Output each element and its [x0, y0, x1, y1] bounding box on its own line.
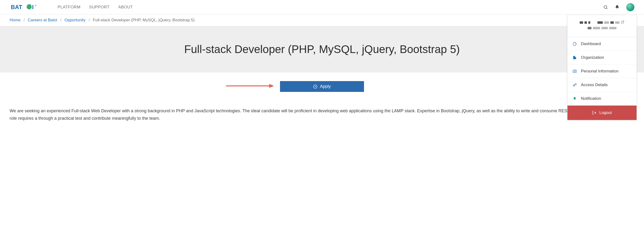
- dropdown-access[interactable]: Access Details: [568, 78, 636, 92]
- dropdown-dashboard-label: Dashboard: [581, 42, 601, 46]
- redacted-name-row: [572, 20, 632, 24]
- building-icon: [572, 56, 577, 60]
- breadcrumb-opportunity[interactable]: Opportunity: [64, 18, 86, 22]
- dropdown-personal-label: Personal Information: [581, 69, 618, 74]
- key-icon: [572, 83, 577, 87]
- apply-row: Apply: [0, 72, 644, 98]
- external-link-icon[interactable]: [621, 20, 624, 24]
- gauge-icon: [572, 42, 577, 46]
- breadcrumb: Home / Careers at Batoi / Opportunity / …: [0, 14, 644, 26]
- breadcrumb-sep: /: [60, 18, 62, 22]
- dropdown-dashboard[interactable]: Dashboard: [568, 37, 636, 51]
- svg-line-5: [606, 8, 608, 9]
- svg-marker-7: [269, 84, 274, 88]
- nav-platform[interactable]: PLATFORM: [58, 5, 80, 10]
- dropdown-notification-label: Notification: [581, 96, 601, 101]
- svg-rect-11: [573, 56, 575, 59]
- avatar[interactable]: [626, 3, 634, 11]
- search-icon[interactable]: [603, 5, 608, 10]
- job-description-paragraph: We are seeking an experienced Full-stack…: [10, 107, 634, 122]
- svg-text:I: I: [32, 4, 34, 10]
- logo[interactable]: BAT I ®: [10, 4, 48, 11]
- id-card-icon: [572, 69, 577, 74]
- user-dropdown: Dashboard Organization Personal Informat…: [567, 15, 637, 120]
- bell-icon[interactable]: [615, 5, 620, 10]
- redacted-sub-row: [572, 27, 632, 29]
- page-title: Full-stack Developer (PHP, MySQL, jQuery…: [10, 43, 634, 56]
- svg-point-8: [314, 85, 317, 88]
- breadcrumb-careers[interactable]: Careers at Batoi: [28, 18, 57, 22]
- svg-text:®: ®: [35, 4, 37, 6]
- apply-button-label: Apply: [320, 84, 331, 89]
- job-description: We are seeking an experienced Full-stack…: [0, 98, 644, 132]
- breadcrumb-sep: /: [24, 18, 25, 22]
- annotation-arrow: [226, 83, 274, 89]
- nav-about[interactable]: ABOUT: [118, 5, 133, 10]
- main-nav: PLATFORM SUPPORT ABOUT: [58, 5, 133, 10]
- dropdown-organization-label: Organization: [581, 55, 604, 60]
- dropdown-notification[interactable]: Notification: [568, 92, 636, 106]
- logout-button[interactable]: Logout: [568, 106, 636, 120]
- logout-label: Logout: [599, 110, 612, 115]
- svg-line-9: [622, 21, 624, 22]
- dropdown-access-label: Access Details: [581, 82, 608, 87]
- breadcrumb-home[interactable]: Home: [10, 18, 20, 22]
- svg-point-4: [604, 6, 607, 8]
- dropdown-personal[interactable]: Personal Information: [568, 64, 636, 78]
- arrow-right-circle-icon: [313, 84, 318, 89]
- topbar: BAT I ® PLATFORM SUPPORT ABOUT: [0, 0, 644, 14]
- breadcrumb-current: Full-stack Developer (PHP, MySQL, jQuery…: [93, 18, 195, 22]
- dropdown-organization[interactable]: Organization: [568, 51, 636, 64]
- svg-text:BAT: BAT: [11, 4, 22, 10]
- dropdown-header: [568, 15, 636, 37]
- hero: Full-stack Developer (PHP, MySQL, jQuery…: [0, 26, 644, 72]
- bell-small-icon: [572, 96, 577, 101]
- logout-icon: [592, 110, 596, 115]
- breadcrumb-sep: /: [88, 18, 90, 22]
- apply-button[interactable]: Apply: [280, 81, 364, 92]
- svg-rect-12: [575, 57, 576, 59]
- nav-support[interactable]: SUPPORT: [89, 5, 110, 10]
